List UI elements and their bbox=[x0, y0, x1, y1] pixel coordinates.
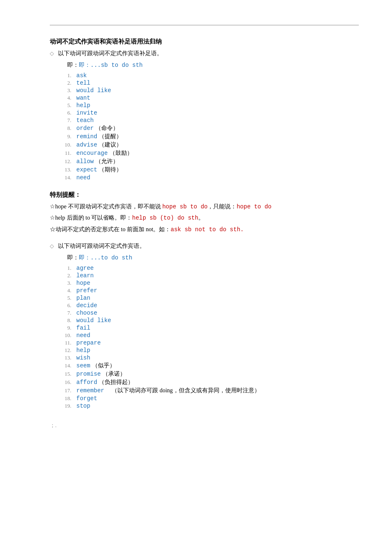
list-number: 4. bbox=[58, 287, 71, 294]
list-note: （负担得起） bbox=[99, 379, 134, 386]
list-word: would like bbox=[76, 87, 111, 94]
special-section: 特别提醒： ☆hope 不可跟动词不定式作宾语，即不能说 hope sb to … bbox=[50, 191, 359, 234]
special-code1: hope sb to do bbox=[162, 203, 207, 210]
top-divider bbox=[50, 25, 359, 25]
list-note: （期待） bbox=[99, 166, 122, 174]
list-number: 4. bbox=[58, 95, 71, 101]
list-number: 14. bbox=[58, 362, 71, 369]
list-item: 1.agree bbox=[58, 265, 359, 271]
list-item: 16.afford（负担得起） bbox=[58, 379, 359, 386]
list-item: 5.help bbox=[58, 102, 359, 109]
list-number: 1. bbox=[58, 72, 71, 79]
list-word: would like bbox=[76, 317, 111, 324]
list-number: 12. bbox=[58, 347, 71, 354]
list-number: 10. bbox=[58, 332, 71, 339]
list-word: teach bbox=[76, 117, 94, 124]
list-item: 6.decide bbox=[58, 302, 359, 309]
special-code1: ask sb not to do sth. bbox=[170, 226, 243, 233]
special-line: ☆hope 不可跟动词不定式作宾语，即不能说 hope sb to do，只能说… bbox=[50, 202, 359, 211]
list-number: 13. bbox=[58, 166, 71, 173]
list-word: stop bbox=[76, 403, 90, 409]
list-item: 8.order （命令） bbox=[58, 125, 359, 132]
indent-code2: 即：...to do sth bbox=[79, 254, 132, 261]
list-number: 3. bbox=[58, 87, 71, 94]
list-word: prefer bbox=[76, 287, 97, 294]
list-number: 8. bbox=[58, 125, 71, 132]
diamond2-description: 以下动词可跟动词不定式作宾语。 bbox=[58, 242, 145, 250]
list-item: 12.allow （允许） bbox=[58, 158, 359, 165]
list-item: 4.want bbox=[58, 95, 359, 101]
list-number: 3. bbox=[58, 280, 71, 286]
list-number: 17. bbox=[58, 387, 71, 394]
list-word: expect bbox=[76, 166, 97, 173]
list-item: 14.need bbox=[58, 174, 359, 181]
list-item: 12.help bbox=[58, 347, 359, 354]
list-word: promise bbox=[76, 371, 101, 377]
section2: ◇ 以下动词可跟动词不定式作宾语。 即：即：...to do sth 1.agr… bbox=[50, 242, 359, 409]
section-title: 动词不定式作宾语和宾语补足语用法归纳 bbox=[50, 38, 359, 46]
list-item: 11.encourage （鼓励） bbox=[58, 149, 359, 157]
list-word: need bbox=[76, 332, 90, 339]
list-item: 9.remind （提醒） bbox=[58, 133, 359, 140]
list-item: 4.prefer bbox=[58, 287, 359, 294]
list-item: 19.stop bbox=[58, 403, 359, 409]
list-number: 9. bbox=[58, 325, 71, 331]
list-number: 11. bbox=[58, 150, 71, 156]
list-word: invite bbox=[76, 110, 97, 116]
list-number: 18. bbox=[58, 395, 71, 402]
diamond-icon1: ◇ bbox=[50, 50, 54, 57]
list-item: 5.plan bbox=[58, 295, 359, 301]
list-note: （命令） bbox=[95, 125, 119, 132]
special-text-before: hope 不可跟动词不定式作宾语，即不能说 bbox=[55, 203, 162, 210]
footer: ；. bbox=[50, 422, 359, 429]
list-item: 7.choose bbox=[58, 310, 359, 316]
list-word: ask bbox=[76, 72, 87, 79]
diamond2-header: ◇ 以下动词可跟动词不定式作宾语。 bbox=[50, 242, 359, 252]
list-item: 11.prepare bbox=[58, 340, 359, 346]
special-text-middle: 。 bbox=[198, 215, 204, 221]
list-note: （建议） bbox=[99, 141, 122, 149]
list-item: 2.learn bbox=[58, 272, 359, 279]
diamond-icon2: ◇ bbox=[50, 243, 54, 249]
list-item: 15.promise（承诺） bbox=[58, 370, 359, 378]
list-item: 13.expect （期待） bbox=[58, 166, 359, 174]
diamond1-description: 以下动词可跟动词不定式作宾语补足语。 bbox=[58, 50, 163, 57]
list-item: 2.tell bbox=[58, 80, 359, 86]
list-item: 1.ask bbox=[58, 72, 359, 79]
list-item: 18.forget bbox=[58, 395, 359, 402]
list-number: 9. bbox=[58, 133, 71, 140]
list-word: fail bbox=[76, 325, 90, 331]
list-word: seem bbox=[76, 362, 90, 369]
list-word: hope bbox=[76, 280, 90, 286]
list-number: 7. bbox=[58, 117, 71, 124]
list-number: 8. bbox=[58, 317, 71, 324]
list-item: 13.wish bbox=[58, 355, 359, 361]
list-note: （提醒） bbox=[99, 133, 122, 140]
list-number: 2. bbox=[58, 272, 71, 279]
list-word: prepare bbox=[76, 340, 101, 346]
special-code2: hope to do bbox=[236, 203, 271, 210]
diamond1-header: ◇ 以下动词可跟动词不定式作宾语补足语。 bbox=[50, 50, 359, 60]
list-item: 17.remember （以下动词亦可跟 doing，但含义或有异同，使用时注意… bbox=[58, 387, 359, 394]
special-text-before: help 后面的 to 可以省略。即： bbox=[55, 215, 132, 221]
list-number: 5. bbox=[58, 102, 71, 109]
list-word: help bbox=[76, 102, 90, 109]
list-number: 1. bbox=[58, 265, 71, 271]
list-item: 10.advise （建议） bbox=[58, 141, 359, 149]
list-item: 10.need bbox=[58, 332, 359, 339]
list-note: （似乎） bbox=[92, 362, 115, 369]
list-number: 15. bbox=[58, 371, 71, 377]
list-word: help bbox=[76, 347, 90, 354]
list-number: 6. bbox=[58, 302, 71, 309]
list-word: agree bbox=[76, 265, 94, 271]
list-item: 7.teach bbox=[58, 117, 359, 124]
list-note: （允许） bbox=[95, 158, 119, 165]
list-number: 6. bbox=[58, 110, 71, 116]
list-item: 3.would like bbox=[58, 87, 359, 94]
list-word: remember bbox=[76, 387, 104, 394]
list-number: 11. bbox=[58, 340, 71, 346]
list-number: 14. bbox=[58, 174, 71, 181]
special-code1: help sb (to) do sth bbox=[132, 215, 199, 221]
special-line: ☆help 后面的 to 可以省略。即：help sb (to) do sth。 bbox=[50, 213, 359, 222]
list-word: choose bbox=[76, 310, 97, 316]
